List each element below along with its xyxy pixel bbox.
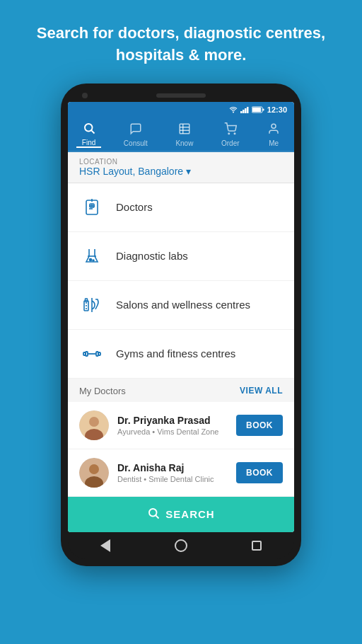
svg-rect-2 [243,110,245,113]
status-bar: 12:30 [68,102,294,117]
svg-point-15 [234,133,235,134]
svg-rect-1 [240,111,243,113]
svg-point-14 [228,133,230,134]
nav-item-consult[interactable]: Consult [118,122,153,147]
nav-item-find[interactable]: Find [76,122,101,148]
nav-label-order: Order [221,139,240,147]
location-value[interactable]: HSR Layout, Bangalore ▾ [79,166,283,177]
svg-rect-7 [262,108,264,110]
salons-icon [79,292,105,318]
doctor-specialty-1: Ayurveda • Vims Dental Zone [117,427,228,436]
gyms-label: Gyms and fitness centres [116,347,235,360]
recents-button[interactable] [252,541,262,551]
svg-point-8 [85,124,93,132]
know-icon [178,122,191,138]
svg-line-40 [156,515,159,518]
doctors-icon [79,195,105,220]
battery-icon [252,106,264,113]
svg-rect-6 [252,108,261,112]
nav-item-know[interactable]: Know [170,122,199,147]
doctors-label: Doctors [116,201,153,213]
hero-text: Search for doctors, diagnostic centres, … [0,0,362,84]
view-all-button[interactable]: VIEW ALL [240,386,283,396]
me-icon [267,122,280,138]
menu-item-doctors[interactable]: Doctors [68,183,294,232]
gyms-icon [79,341,105,367]
search-bar[interactable]: SEARCH [68,497,294,532]
menu-list: Doctors Diagnostic labs [68,183,294,379]
chevron-down-icon: ▾ [186,166,191,177]
nav-bar: Find Consult [68,117,294,152]
book-button-2[interactable]: BOOK [236,462,283,483]
signal-icon [240,106,249,113]
phone-top-bar [68,93,294,98]
doctor-avatar-1 [79,410,109,440]
phone-speaker [156,93,206,98]
svg-rect-32 [98,352,100,355]
svg-point-39 [149,509,157,517]
salons-label: Salons and wellness centres [116,299,250,311]
doctor-info-1: Dr. Priyanka Prasad Ayurveda • Vims Dent… [117,415,228,436]
consult-icon [129,122,142,138]
doctor-card-1: Dr. Priyanka Prasad Ayurveda • Vims Dent… [68,402,294,449]
location-label: LOCATION [79,158,283,166]
status-time: 12:30 [267,105,287,114]
nav-label-consult: Consult [124,139,148,147]
svg-rect-4 [247,107,249,113]
nav-label-find: Find [82,139,95,146]
order-icon [224,122,237,138]
svg-point-16 [272,124,276,128]
svg-point-34 [89,417,99,427]
location-text: HSR Layout, Bangalore [79,166,183,177]
home-button[interactable] [175,539,187,552]
nav-label-me: Me [269,139,279,147]
location-bar[interactable]: LOCATION HSR Layout, Bangalore ▾ [68,152,294,183]
book-button-1[interactable]: BOOK [236,415,283,436]
svg-point-0 [233,111,234,113]
android-bottom-bar [68,532,294,559]
doctor-info-2: Dr. Anisha Raj Dentist • Smile Dental Cl… [117,462,228,483]
menu-item-gyms[interactable]: Gyms and fitness centres [68,330,294,379]
menu-item-salons[interactable]: Salons and wellness centres [68,281,294,330]
svg-line-9 [91,130,94,133]
search-icon [147,507,160,522]
svg-point-20 [90,258,92,260]
phone-screen: 12:30 Find Consult [68,102,294,532]
diagnostic-labs-icon [79,243,105,269]
status-icons: 12:30 [229,105,287,114]
doctor-name-1: Dr. Priyanka Prasad [117,415,228,426]
nav-item-me[interactable]: Me [262,122,286,147]
doctor-card-2: Dr. Anisha Raj Dentist • Smile Dental Cl… [68,449,294,497]
doctor-avatar-2 [79,458,109,488]
search-label: SEARCH [165,508,214,520]
find-icon [83,122,95,137]
svg-rect-3 [245,108,247,113]
doctor-name-2: Dr. Anisha Raj [117,462,228,473]
back-button[interactable] [100,539,110,552]
svg-point-21 [93,260,94,261]
phone-device: 12:30 Find Consult [61,84,301,566]
doctor-specialty-2: Dentist • Smile Dental Clinic [117,475,228,483]
wifi-icon [229,106,238,113]
my-doctors-title: My Doctors [79,386,126,396]
my-doctors-section: My Doctors VIEW ALL Dr. Priyanka Prasad … [68,379,294,497]
svg-rect-30 [83,352,86,355]
my-doctors-header: My Doctors VIEW ALL [68,379,294,402]
diagnostic-labs-label: Diagnostic labs [116,250,188,262]
nav-label-know: Know [175,139,193,147]
phone-camera [82,93,88,98]
svg-rect-10 [180,124,189,134]
menu-item-diagnostic-labs[interactable]: Diagnostic labs [68,232,294,281]
svg-rect-23 [86,299,88,301]
nav-item-order[interactable]: Order [216,122,245,147]
svg-point-37 [89,464,99,474]
